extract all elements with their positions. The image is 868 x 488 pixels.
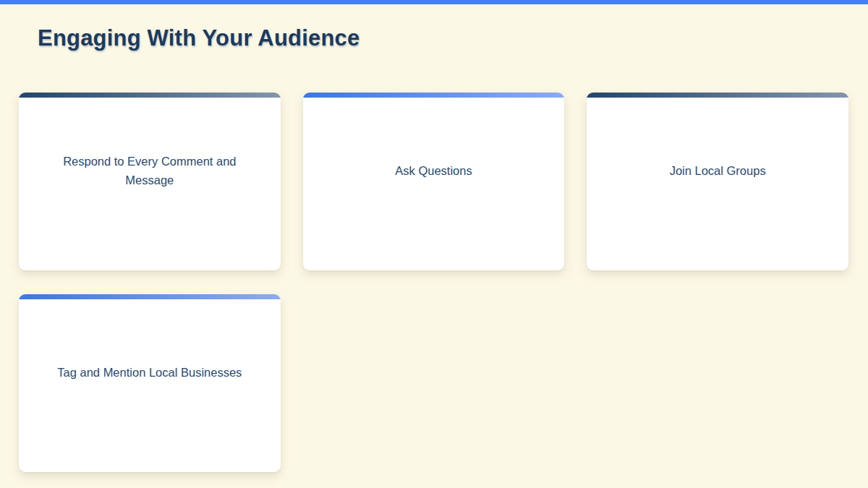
card-body: Ask Questions <box>303 98 565 270</box>
card-label: Ask Questions <box>395 161 472 180</box>
card-join-local-groups[interactable]: Join Local Groups <box>587 93 848 270</box>
card-tag-mention-businesses[interactable]: Tag and Mention Local Businesses <box>19 294 281 472</box>
card-label: Respond to Every Comment and Message <box>48 152 252 189</box>
top-accent-bar <box>0 0 868 4</box>
card-accent-bar <box>587 93 848 98</box>
card-body: Join Local Groups <box>587 98 848 270</box>
page-title: Engaging With Your Audience <box>38 24 868 52</box>
card-accent-bar <box>19 294 281 299</box>
card-body: Respond to Every Comment and Message <box>19 98 281 270</box>
card-accent-bar <box>303 93 565 98</box>
cards-grid: Respond to Every Comment and Message Ask… <box>19 93 848 472</box>
card-label: Join Local Groups <box>670 161 766 180</box>
card-ask-questions[interactable]: Ask Questions <box>303 93 565 270</box>
card-body: Tag and Mention Local Businesses <box>19 299 281 472</box>
card-label: Tag and Mention Local Businesses <box>57 363 242 382</box>
card-respond-comments[interactable]: Respond to Every Comment and Message <box>19 93 281 270</box>
card-accent-bar <box>19 93 281 98</box>
